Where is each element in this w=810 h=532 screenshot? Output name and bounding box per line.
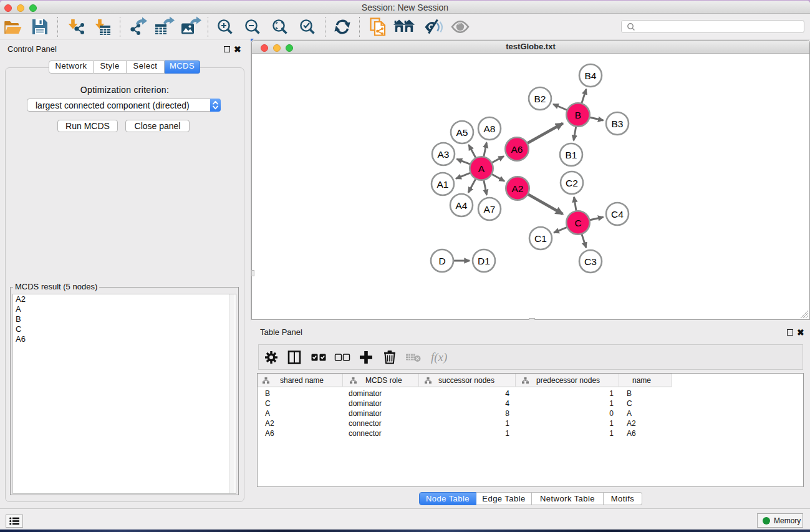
svg-text:1: 1 bbox=[609, 389, 614, 398]
svg-text:predecessor nodes: predecessor nodes bbox=[536, 376, 600, 385]
svg-text:connector: connector bbox=[349, 429, 382, 438]
svg-text:C2: C2 bbox=[566, 178, 578, 188]
svg-text:f(x): f(x) bbox=[431, 351, 447, 364]
svg-text:C3: C3 bbox=[584, 256, 597, 267]
svg-text:0: 0 bbox=[609, 409, 614, 418]
svg-text:B: B bbox=[575, 110, 581, 120]
svg-text:A7: A7 bbox=[484, 204, 496, 215]
svg-text:name: name bbox=[632, 376, 651, 385]
svg-text:A6: A6 bbox=[627, 429, 636, 438]
svg-text:shared name: shared name bbox=[280, 376, 324, 385]
svg-text:1: 1 bbox=[609, 399, 614, 408]
svg-text:C: C bbox=[265, 399, 271, 408]
svg-text:connector: connector bbox=[349, 419, 382, 428]
svg-text:1: 1 bbox=[505, 419, 509, 428]
svg-text:A: A bbox=[627, 409, 632, 418]
svg-text:A6: A6 bbox=[265, 429, 274, 438]
svg-text:dominator: dominator bbox=[349, 399, 382, 408]
svg-text:successor nodes: successor nodes bbox=[438, 376, 494, 385]
svg-text:B1: B1 bbox=[566, 150, 577, 160]
svg-text:A2: A2 bbox=[512, 183, 524, 194]
svg-text:4: 4 bbox=[505, 389, 509, 398]
svg-text:B2: B2 bbox=[534, 94, 546, 104]
svg-text:A5: A5 bbox=[456, 127, 468, 138]
svg-text:dominator: dominator bbox=[349, 409, 382, 418]
svg-text:A: A bbox=[478, 163, 485, 174]
svg-text:1: 1 bbox=[505, 429, 509, 438]
svg-text:A3: A3 bbox=[438, 149, 450, 160]
svg-text:B: B bbox=[265, 389, 270, 398]
svg-text:C: C bbox=[574, 218, 581, 228]
svg-text:B4: B4 bbox=[585, 70, 597, 81]
svg-text:B3: B3 bbox=[612, 118, 624, 129]
svg-text:1: 1 bbox=[609, 429, 614, 438]
svg-text:A2: A2 bbox=[627, 419, 636, 428]
svg-text:8: 8 bbox=[505, 409, 509, 418]
svg-text:C: C bbox=[627, 399, 632, 408]
svg-text:4: 4 bbox=[505, 399, 509, 408]
svg-text:D1: D1 bbox=[478, 256, 490, 266]
svg-text:C4: C4 bbox=[611, 209, 624, 220]
svg-text:A6: A6 bbox=[511, 144, 523, 155]
svg-text:A4: A4 bbox=[456, 200, 468, 211]
svg-text:A: A bbox=[265, 409, 270, 418]
svg-text:1: 1 bbox=[609, 419, 614, 428]
svg-text:A1: A1 bbox=[437, 179, 449, 190]
svg-text:C1: C1 bbox=[534, 233, 547, 244]
svg-text:A2: A2 bbox=[265, 419, 274, 428]
svg-text:MCDS role: MCDS role bbox=[365, 376, 402, 385]
svg-text:A8: A8 bbox=[484, 123, 496, 134]
svg-text:dominator: dominator bbox=[349, 389, 382, 398]
svg-text:D: D bbox=[438, 256, 445, 266]
svg-text:B: B bbox=[627, 389, 632, 398]
